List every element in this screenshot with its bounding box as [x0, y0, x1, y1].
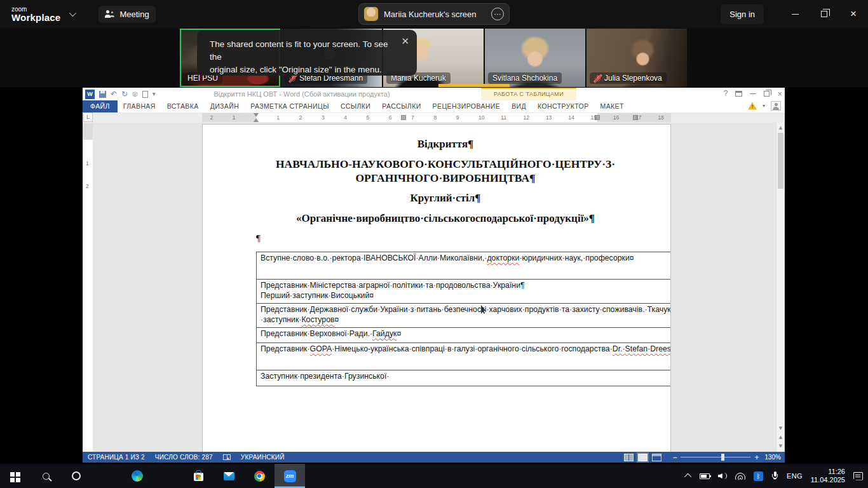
- file-explorer-button[interactable]: [153, 464, 183, 488]
- close-button[interactable]: ×: [839, 0, 868, 28]
- edge-button[interactable]: [122, 464, 153, 488]
- scroll-up-icon[interactable]: ▲: [776, 124, 785, 132]
- ribbon-tab-8[interactable]: ВИД: [506, 100, 532, 112]
- mail-button[interactable]: [214, 464, 244, 488]
- ribbon-tab-7[interactable]: РЕЦЕНЗИРОВАНИЕ: [427, 100, 506, 112]
- ribbon-tab-2[interactable]: ВСТАВКА: [161, 100, 205, 112]
- table-column-marker[interactable]: [401, 115, 406, 120]
- cell-ua[interactable]: Вступне·слово·в.о.·ректора·ІВАНОВСЬКОЇ·А…: [257, 252, 672, 280]
- web-layout-button[interactable]: [652, 454, 661, 461]
- zoom-out-icon[interactable]: −: [672, 454, 677, 461]
- chevron-down-icon[interactable]: [69, 10, 76, 17]
- battery-icon[interactable]: [700, 473, 710, 479]
- previous-page-icon[interactable]: ▲: [776, 433, 785, 442]
- cortana-icon: [72, 471, 81, 480]
- word-minimize-button[interactable]: [750, 93, 756, 94]
- read-mode-button[interactable]: [624, 454, 634, 461]
- task-view-button[interactable]: [92, 464, 122, 488]
- word-window: W ↶ ↻ ◎ ▾ Відкриття НКЦ ОВТ - Word (Сбой…: [83, 88, 785, 463]
- ruler-number: 17: [635, 114, 641, 121]
- bluetooth-icon[interactable]: ᛒ: [754, 471, 763, 481]
- ribbon-display-icon[interactable]: [735, 91, 742, 97]
- vertical-ruler-number: 1: [86, 160, 89, 166]
- cell-ua[interactable]: Представник·Верховної·Ради.·Гайдук¤: [257, 327, 672, 343]
- muted-mic-icon: [594, 74, 601, 83]
- chrome-button[interactable]: [244, 464, 275, 488]
- vertical-scrollbar[interactable]: ▲ ▼ ▲ ▼: [776, 123, 784, 452]
- search-button[interactable]: [31, 464, 61, 488]
- proofing-errors-icon[interactable]: [223, 454, 231, 460]
- ruler-number: 11: [501, 114, 506, 121]
- tray-expand-icon[interactable]: [684, 473, 691, 480]
- cell-ua[interactable]: Представник·Міністерства·аграрної·політи…: [257, 280, 672, 304]
- ribbon-tab-1[interactable]: ГЛАВНАЯ: [118, 100, 161, 112]
- zoom-slider-track[interactable]: [681, 454, 750, 461]
- participant-tile-julia[interactable]: Julia Slepenkova: [587, 29, 687, 87]
- participant-tile-svitlana[interactable]: Svitlana Shchokina: [485, 29, 585, 87]
- action-center-icon[interactable]: [853, 472, 863, 480]
- tab-selector[interactable]: L: [83, 112, 93, 122]
- zoom-slider-thumb[interactable]: [721, 454, 724, 461]
- touch-mode-icon[interactable]: ◎: [132, 91, 138, 97]
- cell-ua[interactable]: Представник·GOPA·Німецько-українська·спі…: [257, 343, 672, 370]
- volume-icon[interactable]: [718, 472, 727, 480]
- language-indicator[interactable]: УКРАИНСКИЙ: [241, 454, 285, 461]
- table-row: Заступник·президента·Грузинської·Stellve…: [257, 370, 672, 386]
- cell-ua[interactable]: Представник·Державної·служби·України·з·п…: [257, 303, 672, 327]
- quick-access-toolbar: W ↶ ↻ ◎ ▾: [85, 89, 156, 99]
- word-count[interactable]: ЧИСЛО СЛОВ: 287: [155, 454, 213, 461]
- scrollbar-thumb[interactable]: [778, 133, 783, 189]
- ribbon-tab-contextual[interactable]: МАКЕТ: [595, 100, 630, 112]
- table-row: Представник·Верховної·Ради.·Гайдук¤Vertr…: [257, 327, 672, 343]
- table-row: Вступне·слово·в.о.·ректора·ІВАНОВСЬКОЇ·А…: [257, 252, 672, 280]
- cortana-button[interactable]: [61, 464, 92, 488]
- word-close-button[interactable]: ×: [777, 90, 782, 98]
- maximize-button[interactable]: [810, 0, 839, 28]
- start-button[interactable]: [0, 464, 31, 488]
- tab-meeting[interactable]: Meeting: [98, 6, 155, 23]
- ribbon-tab-5[interactable]: ССЫЛКИ: [335, 100, 376, 112]
- ribbon-tab-file[interactable]: ФАЙЛ: [83, 100, 118, 112]
- clock[interactable]: 11:26 11.04.2025: [811, 468, 845, 484]
- left-indent-marker[interactable]: [254, 118, 259, 122]
- ruler-number: 2: [210, 114, 213, 121]
- cell-ua[interactable]: Заступник·президента·Грузинської·: [257, 370, 672, 386]
- shared-screen-pill[interactable]: Mariia Kucheruk's screen ⋯: [358, 3, 510, 25]
- language-switcher[interactable]: ENG: [787, 472, 803, 480]
- minimize-button[interactable]: [780, 0, 810, 28]
- word-logo-icon[interactable]: W: [85, 90, 95, 99]
- zoom-percentage[interactable]: 130%: [764, 454, 781, 461]
- ribbon-tab-4[interactable]: РАЗМЕТКА СТРАНИЦЫ: [245, 100, 335, 112]
- store-button[interactable]: [183, 464, 214, 488]
- scroll-down-icon[interactable]: ▼: [776, 424, 785, 433]
- help-icon[interactable]: ?: [724, 89, 728, 98]
- zoom-in-icon[interactable]: +: [754, 454, 759, 461]
- print-layout-button[interactable]: [638, 454, 648, 461]
- wifi-icon[interactable]: [735, 473, 745, 480]
- toast-close-icon[interactable]: ✕: [401, 36, 409, 46]
- save-icon[interactable]: [99, 91, 106, 98]
- page-indicator[interactable]: СТРАНИЦА 1 ИЗ 2: [88, 454, 145, 461]
- ribbon-tab-3[interactable]: ДИЗАЙН: [205, 100, 245, 112]
- sign-in-button[interactable]: Sign in: [721, 4, 764, 24]
- ruler-number: 7: [411, 114, 414, 121]
- participant-name-bar: Julia Slepenkova: [590, 72, 667, 84]
- undo-icon[interactable]: ↶: [111, 90, 117, 98]
- zoom-button[interactable]: zm: [275, 464, 305, 488]
- ribbon-tab-contextual[interactable]: КОНСТРУКТОР: [532, 100, 594, 112]
- ribbon-tab-6[interactable]: РАССЫЛКИ: [376, 100, 426, 112]
- more-options-icon[interactable]: ⋯: [491, 8, 504, 20]
- agenda-table: Вступне·слово·в.о.·ректора·ІВАНОВСЬКОЇ·А…: [256, 252, 671, 386]
- microphone-icon[interactable]: [771, 471, 778, 480]
- activation-warning-icon[interactable]: [748, 102, 757, 110]
- ruler-number: 12: [524, 114, 529, 121]
- account-icon[interactable]: [771, 101, 781, 111]
- windows-taskbar: zm ᛒ ENG 11:26 11.04.2025: [0, 464, 868, 488]
- warning-caret-icon[interactable]: ▾: [763, 103, 765, 109]
- new-document-icon[interactable]: [142, 91, 148, 98]
- word-restore-button[interactable]: [764, 91, 770, 97]
- document-page[interactable]: Відкриття¶ НАВЧАЛЬНО-НАУКОВОГО·КОНСУЛЬТА…: [202, 124, 671, 452]
- redo-icon[interactable]: ↻: [121, 90, 128, 98]
- first-line-indent-marker[interactable]: [254, 113, 259, 117]
- next-page-icon[interactable]: ▼: [776, 442, 785, 451]
